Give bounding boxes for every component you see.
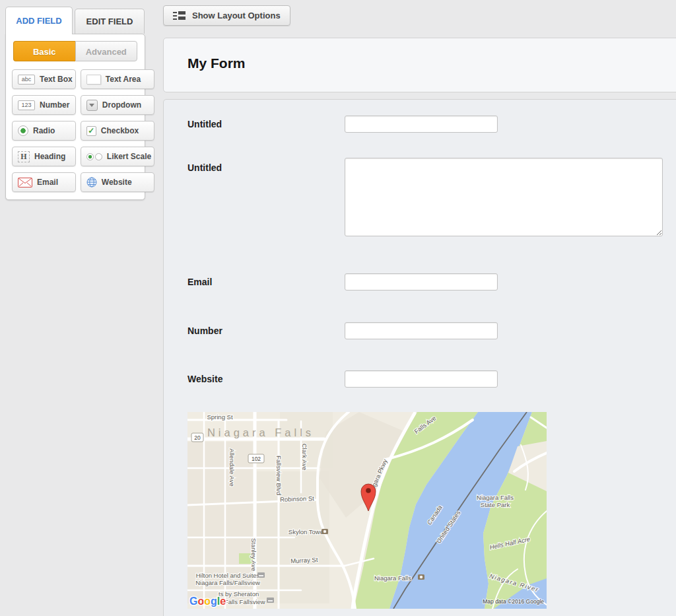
svg-text:Stanley Ave: Stanley Ave (250, 538, 257, 571)
field-button-dropdown[interactable]: Dropdown (81, 95, 154, 115)
textarea-icon (86, 75, 101, 85)
mode-advanced-button[interactable]: Advanced (75, 41, 138, 61)
svg-text:Niagara Falls/Fallsview: Niagara Falls/Fallsview (195, 579, 260, 586)
field-button-label: Website (102, 178, 132, 187)
likert-icon (86, 153, 102, 160)
number-input[interactable] (345, 322, 498, 339)
website-input[interactable] (345, 370, 498, 388)
svg-text:Clark Ave: Clark Ave (301, 444, 308, 470)
field-button-website[interactable]: Website (81, 172, 154, 192)
city-label: Niagara Falls (207, 427, 314, 438)
field-button-label: Radio (33, 126, 55, 135)
field-button-label: Number (40, 100, 69, 110)
show-layout-options-label: Show Layout Options (192, 11, 281, 20)
field-button-text-box[interactable]: abc Text Box (12, 69, 76, 89)
field-label: Website (187, 374, 222, 384)
show-layout-options-button[interactable]: Show Layout Options (163, 5, 290, 26)
field-button-radio[interactable]: Radio (12, 121, 76, 141)
form-title[interactable]: My Form (187, 55, 246, 71)
field-button-label: Text Box (40, 75, 73, 84)
field-button-grid: abc Text Box Text Area 123 Number Dropdo… (12, 69, 139, 192)
text-input[interactable] (345, 116, 498, 133)
field-button-label: Dropdown (102, 100, 141, 110)
svg-text:102: 102 (252, 456, 261, 462)
textarea-input[interactable] (345, 158, 663, 236)
svg-text:Spring St: Spring St (207, 413, 232, 421)
mode-toggle: Basic Advanced (13, 41, 137, 61)
field-label: Untitled (187, 119, 222, 129)
heading-icon: H (18, 151, 30, 162)
svg-text:20: 20 (194, 434, 201, 441)
svg-text:Niagara Falls: Niagara Falls (477, 494, 514, 501)
email-input[interactable] (345, 273, 498, 291)
envelope-icon (18, 178, 32, 188)
field-button-checkbox[interactable]: ✓ Checkbox (81, 121, 154, 141)
checkbox-icon: ✓ (86, 126, 96, 136)
field-palette-sidebar: ADD FIELD EDIT FIELD Basic Advanced abc … (5, 7, 145, 200)
field-button-label: Heading (34, 152, 65, 161)
svg-text:Murray St: Murray St (290, 556, 318, 565)
dropdown-arrow-icon (86, 100, 98, 111)
abc-icon: abc (18, 75, 35, 85)
google-map[interactable]: 20 102 Spring St Niagara Falls Allendale… (187, 412, 547, 609)
svg-text:Niagara Falls: Niagara Falls (374, 574, 411, 582)
svg-text:Robinson St: Robinson St (280, 495, 314, 503)
123-icon: 123 (18, 100, 35, 110)
field-button-label: Text Area (106, 75, 141, 84)
field-label: Untitled (187, 162, 222, 173)
field-button-number[interactable]: 123 Number (12, 95, 76, 115)
field-button-label: Checkbox (101, 126, 139, 135)
svg-text:State Park: State Park (481, 501, 510, 508)
field-button-label: Likert Scale (107, 152, 151, 161)
field-button-label: Email (37, 178, 58, 187)
svg-text:Skylon Tower: Skylon Tower (288, 528, 325, 535)
tab-add-field[interactable]: ADD FIELD (5, 7, 73, 34)
form-header-panel: My Form (163, 38, 676, 92)
field-label: Email (187, 277, 212, 287)
svg-text:Hilton Hotel and Suites: Hilton Hotel and Suites (196, 572, 260, 579)
field-palette-panel: Basic Advanced abc Text Box Text Area 12… (5, 34, 145, 200)
field-label: Number (187, 325, 222, 336)
globe-icon (86, 177, 97, 188)
layout-options-icon (173, 11, 186, 20)
sidebar-tabs: ADD FIELD EDIT FIELD (5, 7, 145, 34)
tab-edit-field[interactable]: EDIT FIELD (75, 9, 145, 34)
mode-basic-button[interactable]: Basic (13, 41, 75, 61)
svg-text:Allendale Ave: Allendale Ave (228, 448, 236, 486)
field-button-likert-scale[interactable]: Likert Scale (81, 147, 154, 166)
google-logo[interactable]: Google (189, 596, 226, 607)
form-canvas: Untitled Untitled Email Number Website (163, 99, 676, 616)
svg-text:Fallsview Blvd: Fallsview Blvd (275, 456, 283, 495)
map-attribution: Map data ©2016 Google (483, 598, 544, 605)
field-button-text-area[interactable]: Text Area (81, 69, 154, 89)
radio-icon (18, 125, 28, 136)
field-button-email[interactable]: Email (12, 172, 76, 192)
field-button-heading[interactable]: H Heading (12, 147, 76, 166)
